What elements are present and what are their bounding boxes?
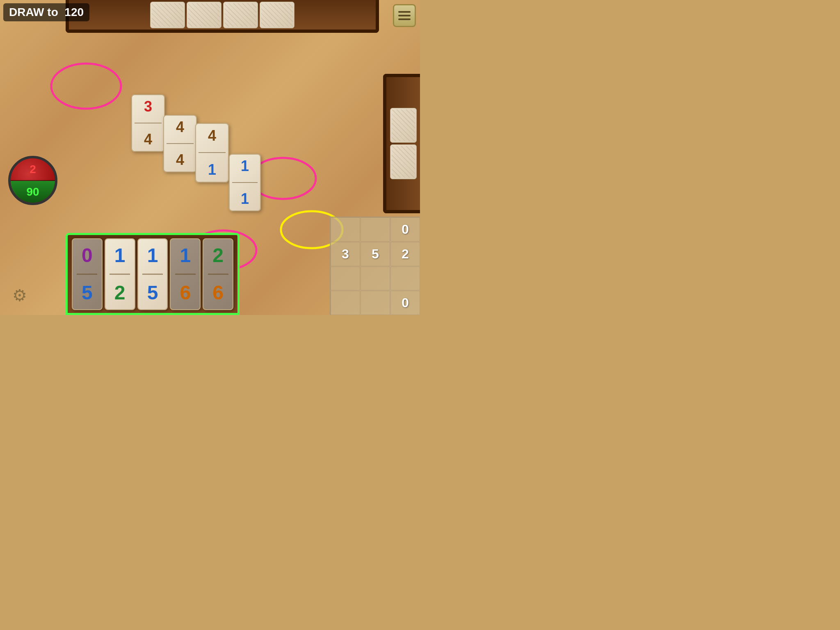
- hand-tile-5-divider: [208, 274, 228, 275]
- board-domino-2[interactable]: 4 4: [163, 115, 197, 172]
- timer-green-value: 90: [11, 181, 55, 203]
- hand-tile-1-divider: [77, 274, 97, 275]
- score-r3c3: [390, 267, 420, 291]
- hand-tile-2-divider: [110, 274, 130, 275]
- hand-tile-4[interactable]: 1 6: [170, 238, 201, 310]
- hand-tile-1[interactable]: 0 5: [72, 238, 103, 310]
- board-domino-1[interactable]: 3 4: [131, 94, 165, 152]
- top-rack-card-2: [187, 2, 221, 28]
- domino-2-top: 4: [176, 120, 184, 135]
- timer: 2 90: [8, 156, 57, 205]
- domino-3-bottom: 1: [208, 162, 216, 177]
- domino-4-top: 1: [241, 159, 249, 173]
- score-r3c1: [331, 267, 360, 291]
- board-domino-4[interactable]: 1 1: [229, 154, 261, 211]
- right-rack: [383, 74, 420, 213]
- draw-number: 120: [64, 6, 84, 18]
- top-rack: [66, 0, 379, 33]
- top-rack-card-1: [150, 2, 185, 28]
- domino-1-divider: [135, 123, 162, 123]
- score-r1c1: [331, 217, 360, 242]
- hand-tile-4-divider: [175, 274, 196, 275]
- score-r4c1: [331, 291, 360, 315]
- menu-icon: [398, 11, 411, 13]
- domino-2-divider: [167, 143, 194, 144]
- score-r2c1: 3: [331, 242, 360, 266]
- hand-tile-4-top: 1: [180, 246, 191, 265]
- hand-tile-2-bottom: 2: [114, 283, 126, 303]
- menu-icon: [398, 15, 411, 16]
- score-r2c2: 5: [361, 242, 390, 266]
- hand-tile-3[interactable]: 1 5: [137, 238, 168, 310]
- hand-tile-3-top: 1: [147, 246, 158, 265]
- board-domino-3[interactable]: 4 1: [195, 123, 229, 183]
- hand-tile-5[interactable]: 2 6: [203, 238, 233, 310]
- hand-tile-4-bottom: 6: [180, 283, 191, 303]
- draw-text: DRAW to: [9, 6, 58, 18]
- circle-1: [51, 64, 121, 109]
- score-r3c2: [361, 267, 390, 291]
- domino-1-bottom: 4: [144, 132, 152, 147]
- game-board: DRAW to 120 2 90 3 4 4 4 4 1: [0, 0, 420, 315]
- domino-1-top: 3: [144, 99, 152, 114]
- hand-tile-1-top: 0: [82, 246, 93, 265]
- score-r1c2: [361, 217, 390, 242]
- timer-red-value: 2: [11, 158, 55, 180]
- hand-tile-3-divider: [142, 274, 163, 275]
- settings-button[interactable]: ⚙: [8, 284, 31, 307]
- hand-tile-2-top: 1: [114, 246, 126, 265]
- score-r4c3: 0: [390, 291, 420, 315]
- score-r4c2: [361, 291, 390, 315]
- hand-tile-5-top: 2: [212, 246, 224, 265]
- domino-4-bottom: 1: [241, 192, 249, 206]
- domino-3-top: 4: [208, 128, 216, 143]
- right-rack-card-1: [390, 108, 417, 143]
- hand-tile-1-bottom: 5: [82, 283, 93, 303]
- draw-label: DRAW to 120: [3, 3, 89, 21]
- hand-tile-2[interactable]: 1 2: [105, 238, 135, 310]
- score-r2c3: 2: [390, 242, 420, 266]
- hand-tile-5-bottom: 6: [212, 283, 224, 303]
- score-panel: 0 3 5 2 0: [330, 217, 420, 315]
- domino-3-divider: [199, 152, 226, 153]
- hand-tile-3-bottom: 5: [147, 283, 158, 303]
- top-rack-card-4: [260, 2, 294, 28]
- right-rack-card-2: [390, 144, 417, 179]
- top-rack-card-3: [223, 2, 258, 28]
- player-hand-rack: 0 5 1 2 1 5 1 6 2 6: [66, 233, 240, 315]
- domino-4-divider: [232, 182, 258, 183]
- domino-2-bottom: 4: [176, 153, 184, 167]
- menu-button[interactable]: [393, 4, 416, 27]
- menu-icon: [398, 18, 411, 20]
- score-r1c3: 0: [390, 217, 420, 242]
